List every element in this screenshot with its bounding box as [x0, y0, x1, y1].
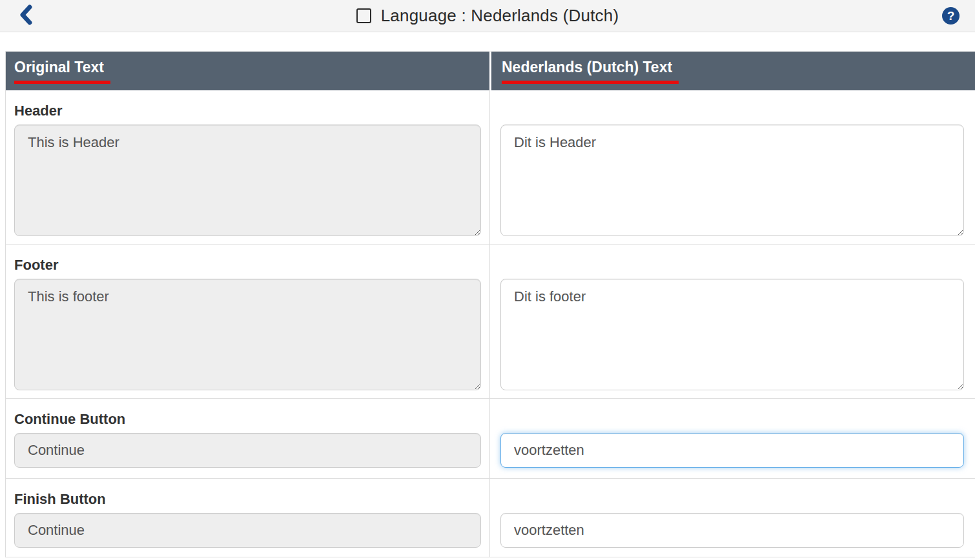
translated-cell-footer: Dit is footer	[490, 245, 975, 398]
label-spacer	[500, 103, 975, 119]
translated-header-textarea[interactable]: Dit is Header	[500, 125, 964, 236]
chevron-left-icon	[18, 5, 34, 28]
help-button[interactable]: ?	[942, 7, 960, 25]
original-cell-finish-button: Finish Button	[6, 479, 490, 557]
back-button[interactable]	[18, 0, 34, 32]
translated-cell-finish-button	[490, 479, 975, 557]
translation-table: Original Text Nederlands (Dutch) Text He…	[5, 51, 975, 557]
row-label: Header	[14, 103, 489, 119]
row-label: Finish Button	[14, 491, 489, 508]
table-row: Finish Button	[6, 479, 975, 557]
language-checkbox[interactable]	[356, 8, 371, 23]
original-continue-input	[14, 433, 481, 468]
column-header-original: Original Text	[6, 52, 489, 90]
row-label: Footer	[14, 257, 489, 274]
label-spacer	[500, 411, 975, 428]
original-footer-textarea[interactable]: This is footer	[14, 279, 481, 390]
translated-cell-continue-button	[490, 399, 975, 478]
row-label: Continue Button	[14, 411, 489, 428]
column-header-original-label: Original Text	[14, 59, 110, 84]
label-spacer	[500, 257, 975, 274]
table-row: Footer This is footer Dit is footer	[6, 245, 975, 399]
original-header-textarea[interactable]: This is Header	[14, 125, 481, 236]
question-mark-icon: ?	[947, 9, 955, 23]
original-cell-header: Header This is Header	[6, 90, 490, 244]
translated-finish-input[interactable]	[500, 513, 964, 548]
translated-continue-input[interactable]	[500, 433, 964, 468]
column-header-translated: Nederlands (Dutch) Text	[491, 52, 975, 90]
title-group: Language : Nederlands (Dutch)	[356, 6, 619, 26]
translated-footer-textarea[interactable]: Dit is footer	[500, 279, 964, 390]
original-cell-continue-button: Continue Button	[6, 399, 490, 478]
translated-cell-header: Dit is Header	[490, 90, 975, 244]
page-title: Language : Nederlands (Dutch)	[381, 6, 619, 26]
label-spacer	[500, 491, 975, 508]
table-header-row: Original Text Nederlands (Dutch) Text	[6, 52, 975, 90]
column-header-translated-label: Nederlands (Dutch) Text	[502, 59, 679, 84]
top-bar: Language : Nederlands (Dutch) ?	[0, 0, 975, 32]
original-cell-footer: Footer This is footer	[6, 245, 490, 398]
table-row: Header This is Header Dit is Header	[6, 90, 975, 245]
original-finish-input	[14, 513, 481, 548]
table-row: Continue Button	[6, 399, 975, 479]
